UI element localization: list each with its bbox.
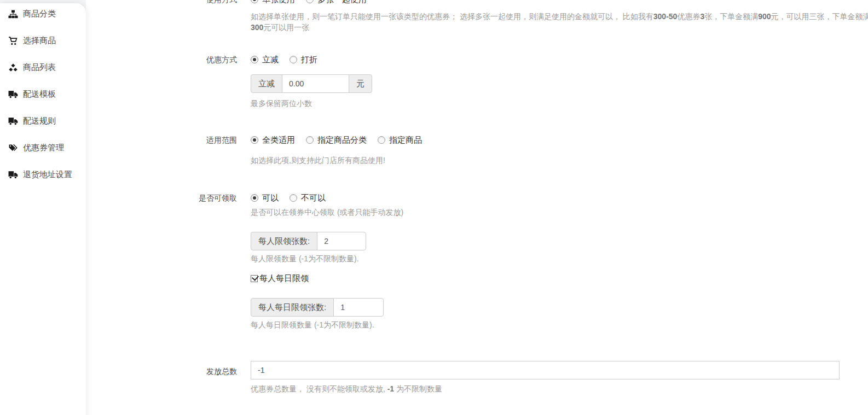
radio-specified-category[interactable]: 指定商品分类 [306,135,367,145]
radio-all-categories[interactable]: 全类适用 [251,135,295,145]
sidebar-item-label: 配送模板 [23,89,56,100]
radio-label: 打折 [301,55,317,65]
daily-limit-checkbox-row[interactable]: 每人每日限领 [251,273,403,284]
radio-label: 全类适用 [262,135,295,145]
per-day-limit-group: 每人每日限领张数: [251,298,403,317]
radio-claimable-no[interactable]: 不可以 [290,193,326,203]
sidebar-item-label: 退货地址设置 [23,169,72,180]
sidebar: 商品分类 选择商品 [0,3,86,415]
main-content: 使用方式 单张使用 多张一起使用 如选择单张使用，则一笔订单只能使用一张 [86,0,868,415]
truck-icon [8,90,18,99]
discount-label: 优惠方式 [86,51,237,109]
per-day-limit-input[interactable] [333,298,384,317]
truck-icon [8,170,18,179]
tags-icon [8,143,18,153]
per-person-limit-group: 每人限领张数: [251,232,403,250]
sidebar-item-return-address-settings[interactable]: 退货地址设置 [0,161,86,188]
total-count-input[interactable] [251,361,840,379]
per-person-limit-addon: 每人限领张数: [251,232,317,250]
sidebar-item-delivery-template[interactable]: 配送模板 [0,81,86,108]
radio-icon[interactable] [306,0,314,3]
sidebar-item-coupon-management[interactable]: 优惠券管理 [0,135,86,161]
claim-help: 是否可以在领券中心领取 (或者只能手动发放) [251,207,403,218]
per-person-limit-help: 每人限领数量 (-1为不限制数量). [251,254,403,264]
sitemap-icon [8,9,18,19]
reduce-amount-addon: 立减 [251,74,282,93]
form-row-discount: 优惠方式 立减 打折 立减 [86,51,868,109]
radio-label: 多张一起使用 [317,0,367,5]
per-person-limit-input[interactable] [317,232,366,250]
sidebar-item-label: 商品列表 [23,62,56,73]
cart-icon [8,36,18,45]
checkbox-icon[interactable] [251,275,258,282]
radio-icon[interactable] [251,56,258,63]
sidebar-nav: 商品分类 选择商品 [0,1,86,188]
radio-claimable-yes[interactable]: 可以 [251,193,279,203]
sidebar-item-label: 商品分类 [23,9,56,19]
yuan-unit-addon: 元 [349,74,372,93]
truck-icon [8,116,18,126]
sidebar-item-product-categories[interactable]: 商品分类 [0,1,86,27]
radio-icon[interactable] [251,0,258,3]
usage-description: 如选择单张使用，则一笔订单只能使用一张该类型的优惠券； 选择多张一起使用，则满足… [251,11,868,33]
usage-description-line2: 300元可以用一张 [251,22,868,33]
form-row-total: 发放总数 优惠券总数量， 没有则不能领取或发放, -1 为不限制数量 [86,361,868,394]
radio-icon[interactable] [306,136,314,144]
form-row-usage: 使用方式 单张使用 多张一起使用 如选择单张使用，则一笔订单只能使用一张 [86,0,868,33]
radio-label: 指定商品分类 [317,135,367,145]
radio-label: 指定商品 [389,135,422,145]
radio-icon[interactable] [251,194,258,202]
radio-label: 不可以 [301,193,326,203]
sidebar-item-product-list[interactable]: 商品列表 [0,54,86,81]
radio-instant-reduce[interactable]: 立减 [251,55,279,65]
radio-label: 单张使用 [262,0,295,5]
scope-help: 如选择此项,则支持此门店所有商品使用! [251,155,433,166]
coupon-form: 使用方式 单张使用 多张一起使用 如选择单张使用，则一笔订单只能使用一张 [86,0,868,394]
usage-description-line1: 如选择单张使用，则一笔订单只能使用一张该类型的优惠券； 选择多张一起使用，则满足… [251,11,868,22]
per-day-limit-help: 每人每日限领数量 (-1为不限制数量). [251,320,403,330]
radio-icon[interactable] [251,136,258,144]
claim-label: 是否可领取 [86,190,237,330]
radio-icon[interactable] [378,136,385,144]
radio-percent-off[interactable]: 打折 [290,55,317,65]
radio-single-use[interactable]: 单张使用 [251,0,295,5]
per-day-limit-addon: 每人每日限领张数: [251,298,334,317]
total-label: 发放总数 [86,361,237,394]
page: 使用方式 单张使用 多张一起使用 如选择单张使用，则一笔订单只能使用一张 [0,0,868,415]
claim-radio-group: 可以 不可以 [251,190,403,206]
cubes-icon [8,63,18,72]
radio-specified-product[interactable]: 指定商品 [378,135,422,145]
reduce-amount-group: 立减 元 [251,74,372,93]
usage-label: 使用方式 [86,0,237,33]
sidebar-item-select-products[interactable]: 选择商品 [0,27,86,54]
total-help: 优惠券总数量， 没有则不能领取或发放, -1 为不限制数量 [251,384,840,394]
discount-radio-group: 立减 打折 [251,51,372,68]
radio-multi-use[interactable]: 多张一起使用 [306,0,367,5]
radio-label: 立减 [262,55,279,65]
form-row-claim: 是否可领取 可以 不可以 是否可以在领券中心领取 (或者只能手动发放) [86,190,868,330]
scope-label: 适用范围 [86,132,237,166]
radio-icon[interactable] [290,56,297,63]
sidebar-item-label: 选择商品 [23,36,56,46]
reduce-amount-input[interactable] [282,74,349,93]
radio-icon[interactable] [290,194,297,202]
form-row-scope: 适用范围 全类适用 指定商品分类 指定商品 [86,132,868,166]
usage-radio-group: 单张使用 多张一起使用 [251,0,868,8]
discount-help: 最多保留两位小数 [251,98,372,109]
sidebar-item-delivery-rules[interactable]: 配送规则 [0,108,86,135]
radio-label: 可以 [262,193,279,203]
scope-radio-group: 全类适用 指定商品分类 指定商品 [251,132,433,148]
checkbox-label: 每人每日限领 [259,273,309,284]
sidebar-item-label: 配送规则 [23,116,56,126]
sidebar-item-label: 优惠券管理 [23,143,64,153]
